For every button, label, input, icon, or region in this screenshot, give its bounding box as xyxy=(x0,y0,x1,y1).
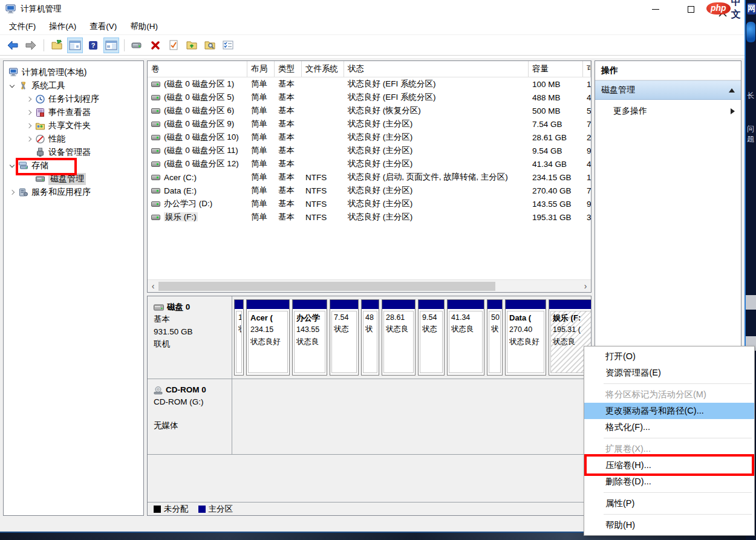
actions-title: 操作 xyxy=(595,61,741,80)
folder-up-button[interactable] xyxy=(184,37,200,53)
checklist-button[interactable] xyxy=(220,37,236,53)
minimize-button[interactable] xyxy=(642,0,669,18)
disk0-partition-strip: 1 状 Acer ( 234.15 状态良好 xyxy=(232,296,591,379)
volume-row[interactable]: Acer (C:) 简单 基本 NTFS 状态良好 (启动, 页面文件, 故障转… xyxy=(148,171,591,184)
folder-find-button[interactable] xyxy=(202,37,218,53)
volume-icon xyxy=(151,135,160,140)
volume-icon xyxy=(151,108,160,114)
column-layout[interactable]: 布局 xyxy=(247,61,275,77)
tree-item-event-viewer[interactable]: 事件查看器 xyxy=(4,106,143,119)
chevron-right-icon[interactable] xyxy=(24,111,34,114)
maximize-button[interactable] xyxy=(677,0,705,18)
volume-row[interactable]: (磁盘 0 磁盘分区 9) 简单 基本 状态良好 (主分区) 7.54 GB 7 xyxy=(148,117,591,131)
tree-item-performance[interactable]: 性能 xyxy=(4,132,143,146)
tree-item-shared-folders[interactable]: 共享文件夹 xyxy=(4,119,143,132)
context-menu-item[interactable] xyxy=(584,381,754,386)
context-menu-item[interactable]: 格式化(F)... xyxy=(584,419,754,435)
scroll-right-icon[interactable]: › xyxy=(580,280,591,292)
partition-block[interactable]: 办公学 143.55 状态良 xyxy=(292,299,327,376)
context-menu-item[interactable]: 资源管理器(E) xyxy=(584,365,754,381)
partition-block[interactable]: 28.61 状态良 xyxy=(382,299,415,376)
menu-file[interactable]: 文件(F) xyxy=(2,21,42,32)
tree-item-computer-management[interactable]: 计算机管理(本地) xyxy=(4,66,143,79)
volume-row[interactable]: 办公学习 (D:) 简单 基本 NTFS 状态良好 (主分区) 143.55 G… xyxy=(148,197,591,210)
column-status[interactable]: 状态 xyxy=(344,61,529,77)
check-document-icon xyxy=(169,40,178,50)
tree-item-system-tools[interactable]: 系统工具 xyxy=(4,79,143,93)
volume-row[interactable]: (磁盘 0 磁盘分区 10) 简单 基本 状态良好 (主分区) 28.61 GB… xyxy=(148,131,591,144)
cdrom-info[interactable]: CD-ROM 0 CD-ROM (G:) 无媒体 xyxy=(148,379,232,454)
disk0-size: 931.50 GB xyxy=(154,326,226,338)
volume-row[interactable]: (磁盘 0 磁盘分区 1) 简单 基本 状态良好 (EFI 系统分区) 100 … xyxy=(148,77,591,91)
scrollbar-thumb[interactable] xyxy=(158,282,495,291)
context-menu-item[interactable]: 将分区标记为活动分区(M) xyxy=(584,386,754,403)
disk0-name: 磁盘 0 xyxy=(167,301,190,313)
volume-row[interactable]: (磁盘 0 磁盘分区 12) 简单 基本 状态良好 (主分区) 41.34 GB… xyxy=(148,157,591,171)
partition-block[interactable]: 48 状 xyxy=(361,299,379,376)
column-volume[interactable]: 卷 xyxy=(148,61,247,77)
context-menu-item[interactable]: 更改驱动器号和路径(C)... xyxy=(584,403,754,419)
folder-search-icon xyxy=(204,40,215,50)
column-free[interactable]: 可 xyxy=(583,61,591,77)
partition-block[interactable]: 9.54 状态 xyxy=(418,299,445,376)
background-app-icon xyxy=(746,22,755,42)
console-window-button[interactable] xyxy=(129,37,145,53)
volume-row[interactable]: Data (E:) 简单 基本 NTFS 状态良好 (主分区) 270.40 G… xyxy=(148,184,591,197)
help-button[interactable]: ? xyxy=(85,37,101,53)
context-menu-item[interactable] xyxy=(584,435,754,441)
cdrom-drive: CD-ROM (G:) xyxy=(154,396,226,408)
partition-block[interactable]: Acer ( 234.15 状态良好 xyxy=(246,299,290,376)
chevron-down-icon[interactable] xyxy=(7,85,17,87)
cdrom-icon xyxy=(154,386,163,394)
volume-row[interactable]: (磁盘 0 磁盘分区 11) 简单 基本 状态良好 (主分区) 9.54 GB … xyxy=(148,144,591,157)
partition-color-bar xyxy=(293,300,327,309)
partition-block[interactable]: Data ( 270.40 状态良好 xyxy=(505,299,546,376)
chevron-right-icon[interactable] xyxy=(24,137,34,141)
context-menu-item[interactable]: 帮助(H) xyxy=(584,517,754,533)
volume-row[interactable]: (磁盘 0 磁盘分区 6) 简单 基本 状态良好 (恢复分区) 500 MB 5 xyxy=(148,104,591,117)
horizontal-scrollbar[interactable]: ‹ › xyxy=(148,279,591,292)
context-menu-item[interactable]: 属性(P) xyxy=(584,495,754,512)
refresh-check-button[interactable] xyxy=(166,37,181,53)
partition-block[interactable]: 7.54 状态 xyxy=(330,299,359,376)
menu-help[interactable]: 帮助(H) xyxy=(123,21,165,32)
volume-row[interactable]: (磁盘 0 磁盘分区 5) 简单 基本 状态良好 (EFI 系统分区) 488 … xyxy=(148,91,591,104)
forward-button[interactable] xyxy=(23,37,39,53)
tree-item-device-manager[interactable]: 设备管理器 xyxy=(4,146,143,159)
show-console-tree-button[interactable] xyxy=(67,37,83,53)
column-type[interactable]: 类型 xyxy=(275,61,302,77)
context-menu-item[interactable]: 打开(O) xyxy=(584,348,754,365)
context-menu-item[interactable]: 删除卷(D)... xyxy=(584,473,754,490)
partition-block[interactable]: 1 状 xyxy=(234,299,244,376)
menu-view[interactable]: 查看(V) xyxy=(83,21,123,32)
scroll-left-icon[interactable]: ‹ xyxy=(148,280,158,292)
chevron-right-icon[interactable] xyxy=(24,97,34,101)
partition-block[interactable]: 41.34 状态良 xyxy=(447,299,484,376)
partition-block[interactable]: 50 状 xyxy=(487,299,503,376)
cdrom-row: CD-ROM 0 CD-ROM (G:) 无媒体 xyxy=(148,379,591,455)
chevron-right-icon[interactable] xyxy=(24,124,34,128)
context-menu-item[interactable] xyxy=(584,490,754,495)
tree-item-task-scheduler[interactable]: 任务计划程序 xyxy=(4,93,143,106)
shared-folder-icon xyxy=(35,121,45,131)
column-capacity[interactable]: 容量 xyxy=(529,61,583,77)
volume-table-body: (磁盘 0 磁盘分区 1) 简单 基本 状态良好 (EFI 系统分区) 100 … xyxy=(148,77,591,224)
delete-button[interactable] xyxy=(148,37,163,53)
tree-item-services-applications[interactable]: 服务和应用程序 xyxy=(4,186,143,199)
back-button[interactable] xyxy=(5,37,21,53)
volume-row[interactable]: 娱乐 (F:) 简单 基本 NTFS 状态良好 (主分区) 195.31 GB … xyxy=(148,210,591,224)
export-list-button[interactable] xyxy=(49,37,65,53)
volume-icon xyxy=(151,215,160,220)
computer-icon xyxy=(8,68,19,77)
actions-disk-management-section[interactable]: 磁盘管理 xyxy=(595,80,741,100)
partition-color-bar xyxy=(330,300,358,309)
more-actions-item[interactable]: 更多操作 xyxy=(595,100,741,117)
disk0-info[interactable]: 磁盘 0 基本 931.50 GB 联机 xyxy=(148,296,232,379)
menu-action[interactable]: 操作(A) xyxy=(42,21,83,32)
context-menu-item[interactable] xyxy=(584,512,754,517)
show-action-pane-button[interactable] xyxy=(103,37,119,53)
collapse-icon[interactable] xyxy=(729,88,735,93)
volume-list-pane: 卷 布局 类型 文件系统 状态 容量 可 (磁盘 0 磁盘分区 1) 简单 基本 xyxy=(147,60,591,293)
column-filesystem[interactable]: 文件系统 xyxy=(302,61,344,77)
chevron-right-icon[interactable] xyxy=(7,190,17,194)
